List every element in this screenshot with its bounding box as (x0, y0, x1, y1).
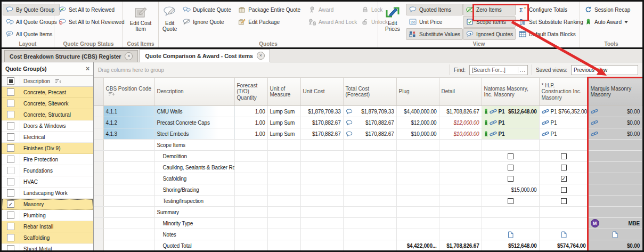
quote-group-checkbox[interactable] (7, 167, 14, 174)
scope-checkbox[interactable] (561, 153, 567, 159)
detail-cell[interactable]: $1,708,826.67 (439, 106, 482, 117)
award-button[interactable]: Award (305, 4, 356, 15)
marquis-cell[interactable] (588, 184, 642, 196)
tab-cbs-register[interactable]: Cost Breakdown Structure (CBS) Register× (4, 50, 138, 62)
scope-checkbox[interactable] (561, 165, 567, 170)
scope-checkbox[interactable] (508, 165, 513, 170)
ignore-quote-button[interactable]: Ignore Quote (180, 16, 233, 28)
cbs-cell[interactable] (103, 162, 154, 173)
total_cost-cell[interactable] (343, 196, 396, 207)
unit_cost-cell[interactable] (300, 240, 343, 251)
plug-cell[interactable] (396, 173, 439, 184)
zero-items-toggle[interactable]: 0Zero Items (463, 4, 516, 15)
set-all-to-not-reviewed-button[interactable]: Set All to Not Reviewed (55, 16, 127, 28)
uom-cell[interactable] (267, 207, 300, 218)
natomas-cell[interactable]: P1 (482, 128, 539, 140)
unit_cost-cell[interactable]: $170,882.67 (300, 128, 343, 140)
qty-cell[interactable] (234, 151, 267, 162)
qty-cell[interactable] (234, 196, 267, 207)
close-panel-icon[interactable]: × (86, 66, 89, 72)
hp-cell[interactable]: P1 (539, 128, 588, 140)
cbs-cell[interactable] (103, 184, 154, 196)
plug-cell[interactable]: $10,000.00 (396, 128, 439, 140)
uom-cell[interactable] (267, 173, 300, 184)
total_cost-cell[interactable] (343, 173, 396, 184)
detail-cell[interactable] (439, 196, 482, 207)
grouping-bar[interactable]: Drag columns here to group Find: [Search… (94, 62, 642, 78)
uom-cell[interactable]: Lump Sum (267, 117, 300, 128)
scope-checkbox[interactable] (561, 187, 567, 193)
natomas-cell[interactable] (482, 196, 539, 207)
desc-cell[interactable]: Caulking, Sealants & Backer Rod (154, 162, 234, 173)
qty-cell[interactable] (234, 184, 267, 196)
unit_cost-cell[interactable]: $1,879,709.33 (300, 106, 343, 117)
natomas-cell[interactable]: P1$512,648.00 (482, 106, 539, 117)
link-icon[interactable] (490, 120, 497, 125)
scope-checkbox[interactable] (508, 176, 513, 182)
close-icon[interactable]: × (257, 52, 265, 60)
search-input[interactable]: [Search For...]... (469, 65, 528, 75)
desc-cell[interactable]: Shoring/Bracing (154, 184, 234, 196)
column-header-marquis[interactable]: Marquis Masonry Masonry (588, 78, 642, 106)
saved-views-select[interactable]: Previous View (571, 65, 638, 75)
column-header-total_cost[interactable]: Total Cost (Forecast) (343, 78, 396, 106)
marquis-cell[interactable] (588, 196, 642, 207)
scope-checkbox[interactable] (561, 198, 567, 204)
column-header-uom[interactable]: Unit of Measure (267, 78, 300, 106)
quoted-items-toggle[interactable]: Quoted Items (406, 4, 463, 15)
desc-cell[interactable]: Notes (154, 229, 234, 240)
quote-group-row[interactable]: Scaffolding (2, 232, 93, 243)
edit-quote-button[interactable]: Edit Quote (160, 3, 180, 17)
qty-cell[interactable] (234, 229, 267, 240)
cbs-cell[interactable] (103, 173, 154, 184)
total_cost-cell[interactable] (343, 218, 396, 229)
hp-cell[interactable]: ✓ (539, 173, 588, 184)
plug-cell[interactable] (396, 229, 439, 240)
qty-cell[interactable]: 1.00 (234, 117, 267, 128)
quote-group-row[interactable]: HVAC (2, 176, 93, 188)
marquis-cell[interactable]: MMBE (588, 218, 642, 229)
unit-price-toggle[interactable]: 100Unit Price (406, 16, 463, 28)
ignored-quotes-toggle[interactable]: Ignored Quotes (463, 28, 516, 40)
desc-cell[interactable]: Minority Type (154, 218, 234, 229)
cbs-cell[interactable] (103, 151, 154, 162)
quote-group-checkbox[interactable] (7, 178, 14, 185)
desc-cell[interactable]: Quoted Total (154, 240, 234, 251)
uom-cell[interactable] (267, 162, 300, 173)
quote-note-icon[interactable] (346, 109, 353, 115)
column-header-detail[interactable]: Detail (439, 78, 482, 106)
hp-cell[interactable] (539, 207, 588, 218)
unit_cost-cell[interactable] (300, 162, 343, 173)
quote-group-row[interactable]: Fire Protection (2, 154, 93, 165)
natomas-cell[interactable] (482, 173, 539, 184)
cbs-cell[interactable] (103, 229, 154, 240)
all-quote-groups-button[interactable]: All Quote Groups (3, 16, 60, 28)
award-and-lock-button[interactable]: Award And Lock (305, 16, 356, 28)
unit_cost-cell[interactable] (300, 229, 343, 240)
plug-cell[interactable] (396, 196, 439, 207)
detail-cell[interactable]: $10,000.00 (439, 128, 482, 140)
qty-cell[interactable] (234, 207, 267, 218)
plug-cell[interactable] (396, 207, 439, 218)
plug-cell[interactable] (396, 151, 439, 162)
quote-group-checkbox[interactable] (7, 111, 14, 118)
quote-group-checkbox[interactable] (7, 234, 14, 241)
column-header-cbs[interactable]: CBS Position Code (103, 78, 154, 106)
quote-group-checkbox[interactable] (7, 223, 14, 230)
quote-group-row[interactable]: Concrete, Sitework (2, 98, 93, 109)
natomas-cell[interactable]: $512,648.00 (482, 240, 539, 251)
column-header-natomas[interactable]: Natomas Masonry, Inc. Masonry (482, 78, 539, 106)
natomas-cell[interactable] (482, 162, 539, 173)
cbs-cell[interactable]: 4.1.3 (103, 128, 154, 140)
quote-group-row[interactable]: Plumbing (2, 210, 93, 221)
quote-group-checkbox[interactable] (7, 156, 14, 163)
marquis-cell[interactable] (588, 151, 642, 162)
desc-cell[interactable]: Precast Concrete Caps (154, 117, 234, 128)
marquis-cell[interactable]: $0.00 (588, 240, 642, 251)
link-icon[interactable] (490, 131, 497, 136)
uom-cell[interactable] (267, 140, 300, 151)
plug-cell[interactable] (396, 140, 439, 151)
marquis-cell[interactable] (588, 162, 642, 173)
plug-cell[interactable] (396, 184, 439, 196)
hp-cell[interactable] (539, 184, 588, 196)
